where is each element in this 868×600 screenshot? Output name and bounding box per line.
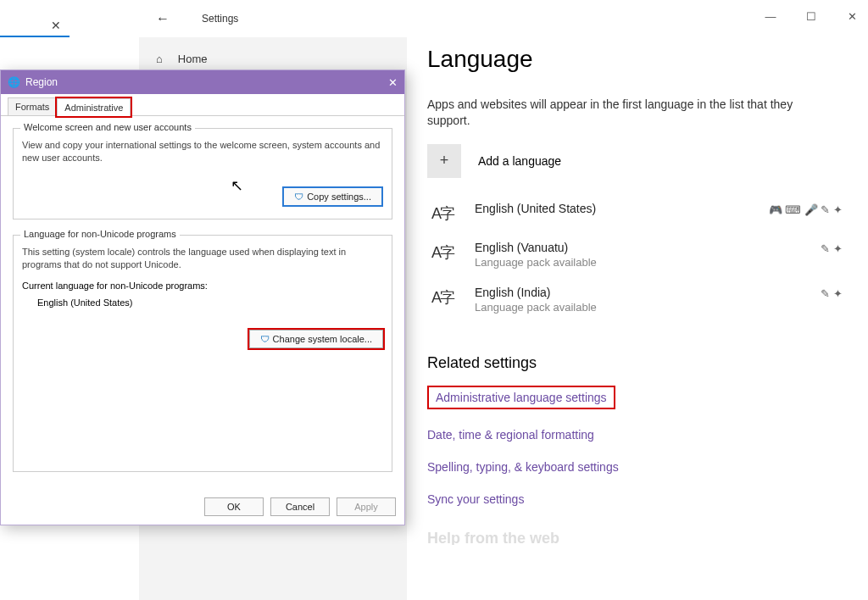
language-subtext: Language pack available bbox=[475, 301, 851, 314]
add-language-row[interactable]: + Add a language bbox=[427, 144, 851, 178]
link-spelling-typing-keyboard[interactable]: Spelling, typing, & keyboard settings bbox=[427, 460, 851, 474]
close-button[interactable]: ✕ bbox=[844, 10, 860, 23]
language-item[interactable]: A字 English (India) Language pack availab… bbox=[427, 286, 851, 314]
add-language-label: Add a language bbox=[478, 154, 561, 168]
group-text: View and copy your international setting… bbox=[22, 139, 383, 164]
tab-administrative[interactable]: Administrative bbox=[57, 98, 131, 116]
shield-icon: 🛡 bbox=[260, 334, 270, 344]
link-date-time-regional[interactable]: Date, time & regional formatting bbox=[427, 428, 851, 442]
welcome-screen-group: Welcome screen and new user accounts Vie… bbox=[13, 128, 392, 219]
language-feature-icons: ✎ ✦ bbox=[821, 242, 843, 255]
related-heading: Related settings bbox=[427, 354, 851, 372]
settings-title: Settings bbox=[202, 13, 238, 25]
language-item[interactable]: A字 English (Vanuatu) Language pack avail… bbox=[427, 241, 851, 269]
page-title: Language bbox=[427, 46, 851, 73]
dialog-titlebar[interactable]: 🌐 Region ✕ bbox=[1, 70, 404, 94]
language-feature-icons: 🎮 ⌨ 🎤 ✎ ✦ bbox=[769, 203, 843, 216]
current-language-value: English (United States) bbox=[37, 297, 383, 308]
dialog-close-icon[interactable]: ✕ bbox=[388, 76, 398, 89]
link-admin-language-settings[interactable]: Administrative language settings bbox=[427, 386, 615, 409]
link-sync-settings[interactable]: Sync your settings bbox=[427, 492, 851, 506]
non-unicode-group: Language for non-Unicode programs This s… bbox=[13, 235, 392, 472]
tab-close-icon[interactable]: ✕ bbox=[51, 19, 61, 32]
main-content: Language Apps and websites will appear i… bbox=[427, 37, 851, 600]
language-icon: A字 bbox=[427, 202, 458, 224]
settings-header: ← Settings bbox=[139, 0, 868, 37]
dialog-body: Welcome screen and new user accounts Vie… bbox=[1, 116, 404, 499]
cancel-button[interactable]: Cancel bbox=[270, 497, 330, 516]
language-icon: A字 bbox=[427, 286, 458, 308]
region-dialog: 🌐 Region ✕ Formats Administrative Welcom… bbox=[0, 69, 405, 525]
dialog-buttons: OK Cancel Apply bbox=[204, 497, 396, 516]
language-icon: A字 bbox=[427, 241, 458, 263]
help-heading: Help from the web bbox=[427, 530, 851, 545]
shield-icon: 🛡 bbox=[294, 192, 303, 202]
dialog-title: Region bbox=[25, 76, 388, 88]
change-system-locale-button[interactable]: 🛡Change system locale... bbox=[249, 330, 383, 348]
tab-formats[interactable]: Formats bbox=[8, 97, 57, 115]
minimize-button[interactable]: — bbox=[763, 10, 778, 23]
language-name: English (Vanuatu) bbox=[475, 241, 851, 254]
maximize-button[interactable]: ☐ bbox=[804, 10, 819, 23]
language-description: Apps and websites will appear in the fir… bbox=[427, 97, 817, 129]
copy-settings-button[interactable]: 🛡Copy settings... bbox=[282, 186, 383, 207]
group-legend: Language for non-Unicode programs bbox=[20, 229, 180, 239]
apply-button[interactable]: Apply bbox=[337, 497, 396, 516]
current-language-label: Current language for non-Unicode program… bbox=[22, 281, 383, 291]
related-settings: Related settings Administrative language… bbox=[427, 354, 851, 506]
ok-button[interactable]: OK bbox=[204, 497, 264, 516]
language-item[interactable]: A字 English (United States) 🎮 ⌨ 🎤 ✎ ✦ bbox=[427, 202, 851, 224]
plus-icon[interactable]: + bbox=[427, 144, 461, 178]
sidebar-item-label: Home bbox=[178, 53, 208, 65]
language-subtext: Language pack available bbox=[475, 256, 851, 269]
group-legend: Welcome screen and new user accounts bbox=[20, 122, 195, 132]
language-name: English (India) bbox=[475, 286, 851, 299]
group-text: This setting (system locale) controls th… bbox=[22, 246, 383, 271]
back-arrow-icon[interactable]: ← bbox=[156, 11, 170, 26]
window-controls: — ☐ ✕ bbox=[763, 10, 860, 23]
language-feature-icons: ✎ ✦ bbox=[821, 287, 843, 300]
dialog-tabs: Formats Administrative bbox=[1, 94, 404, 116]
home-icon: ⌂ bbox=[156, 53, 163, 65]
globe-icon: 🌐 bbox=[8, 76, 20, 88]
